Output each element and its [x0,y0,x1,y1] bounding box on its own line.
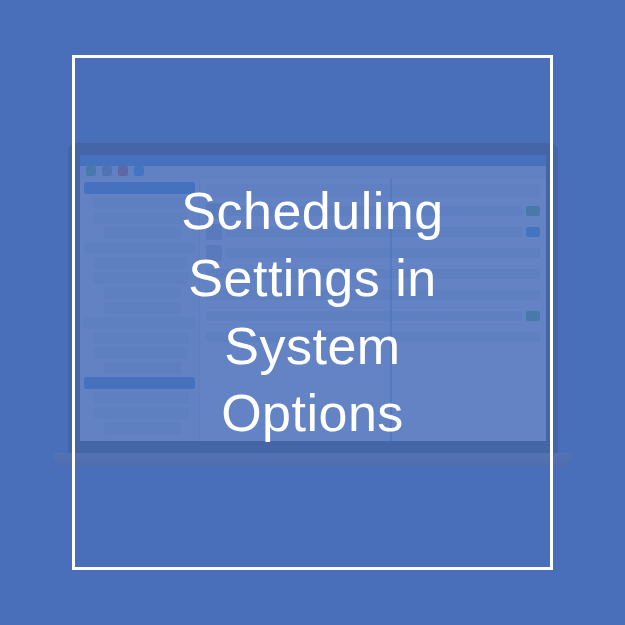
card-title: Scheduling Settings in System Options [181,177,443,447]
